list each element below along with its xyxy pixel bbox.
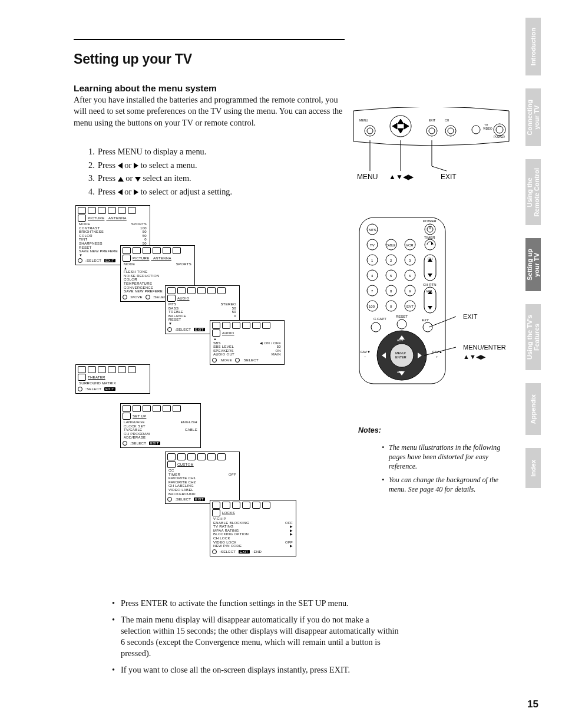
page-title: Setting up your TV (74, 51, 192, 67)
svg-text:CH: CH (445, 118, 449, 122)
svg-text:POWER: POWER (423, 219, 437, 223)
chapter-tab: Using the Remote Control (525, 159, 541, 225)
tvpanel-exit-label: EXIT (441, 173, 457, 181)
svg-point-7 (472, 126, 480, 134)
svg-text:9: 9 (409, 289, 411, 293)
svg-point-67 (371, 322, 381, 332)
remote-menu-label: MENU/ENTER (463, 344, 506, 351)
svg-text:5: 5 (390, 274, 392, 278)
svg-line-80 (429, 317, 456, 327)
remote-arrows-label: ▲▼◀▶ (463, 353, 485, 361)
svg-text:POWER: POWER (494, 135, 505, 139)
svg-point-5 (445, 126, 456, 136)
svg-text:100: 100 (369, 305, 375, 308)
svg-text:FAV▼: FAV▼ (361, 350, 371, 354)
svg-text:1: 1 (371, 259, 373, 262)
svg-text:EXIT: EXIT (429, 118, 435, 122)
chapter-tab: Connecting your TV (525, 88, 541, 146)
svg-text:4: 4 (371, 274, 373, 278)
notes-heading: Notes: (358, 426, 381, 434)
svg-point-69 (423, 322, 432, 332)
svg-text:7: 7 (371, 289, 373, 293)
tvpanel-arrows-label: ▲▼◀▶ (389, 173, 414, 181)
chapter-tab: Introduction (525, 18, 541, 75)
chapter-tab: Index (525, 448, 541, 488)
chapter-tabs: IntroductionConnecting your TVUsing the … (525, 18, 541, 501)
svg-text:C.CAPT: C.CAPT (373, 317, 386, 321)
svg-text:6: 6 (409, 274, 411, 278)
svg-text:0: 0 (390, 305, 392, 308)
remote-exit-label: EXIT (463, 313, 477, 320)
svg-point-6 (448, 128, 454, 134)
svg-text:CH RTN: CH RTN (423, 283, 437, 286)
tvpanel-menu-label: MENU (357, 173, 378, 181)
svg-point-3 (427, 126, 437, 136)
menu-setup: SET UPLANGUAGEENGLISHCLOCK SETTV/CABLECA… (120, 403, 201, 448)
chapter-tab: Using the TV's Features (525, 304, 541, 370)
menu-theater: THEATERSURROUND MATRIX:SELECTEXIT (75, 364, 150, 394)
menu-custom: CUSTOMCCTIMEROFFFAVORITE CH1FAVORITE CH2… (165, 452, 240, 504)
svg-text:VCR: VCR (406, 243, 414, 247)
svg-line-19 (432, 166, 447, 171)
svg-point-0 (365, 126, 375, 136)
svg-text:2: 2 (390, 259, 392, 262)
svg-text:VIDEO: VIDEO (483, 127, 492, 130)
svg-text:RESET: RESET (396, 315, 408, 318)
svg-text:MTS: MTS (369, 228, 376, 232)
svg-text:ADV: ADV (397, 338, 404, 342)
menu-locks: LOCKSV-CHIP ENABLE BLOCKINGOFF TV RATING… (210, 500, 296, 556)
svg-text:TV: TV (370, 243, 375, 247)
tv-front-panel-illustration: MENU EXIT CH TV VIDEO POWER MENU ▲▼◀▶ EX… (352, 107, 510, 186)
left-arrow-icon (118, 163, 123, 169)
svg-point-1 (367, 128, 373, 134)
notes-item-2: You can change the background of the men… (382, 475, 508, 494)
svg-text:8: 8 (390, 289, 392, 293)
notes-block: Notes: The menu illustrations in the fol… (358, 426, 508, 501)
remote-illustration: MTS POWER TIMER TV CABLE VCR 1 2 3 4 5 6… (357, 215, 457, 388)
intro-paragraph: After you have installed the batteries a… (74, 94, 345, 129)
right-arrow-icon (134, 189, 138, 195)
notes-item-1: The menu illustrations in the following … (382, 443, 508, 471)
numbered-steps: 1.Press MENU to display a menu. 2.Press … (88, 145, 232, 198)
svg-text:TIMER: TIMER (424, 236, 435, 239)
svg-text:ENTER: ENTER (395, 355, 406, 359)
bottom-bullet-2: The main menu display will disappear aut… (112, 614, 401, 659)
svg-text:ADV: ADV (397, 370, 404, 374)
svg-text:+: + (436, 355, 438, 358)
svg-point-34 (425, 239, 435, 250)
svg-point-4 (429, 128, 435, 134)
svg-point-68 (397, 319, 406, 329)
svg-text:ENT: ENT (406, 305, 414, 308)
left-arrow-icon (118, 189, 123, 195)
svg-text:−: − (364, 355, 366, 358)
bottom-notes-list: Press ENTER to activate the function set… (88, 598, 401, 681)
svg-point-9 (496, 126, 503, 133)
svg-line-81 (424, 347, 456, 355)
svg-text:3: 3 (409, 259, 411, 262)
up-arrow-icon (118, 177, 124, 182)
svg-text:MENU/: MENU/ (395, 351, 406, 355)
svg-text:MENU: MENU (359, 118, 368, 122)
chapter-tab: Appendix (525, 383, 541, 435)
step-1: Press MENU to display a menu. (98, 147, 206, 156)
bottom-bullet-1: Press ENTER to activate the function set… (112, 598, 401, 609)
menu-audio-2: AUDIO▲SBS◀ ON / OFFSBS LEVEL50SPEAKERSON… (210, 320, 285, 365)
chapter-tab: Setting up your TV (525, 238, 541, 291)
svg-text:EXT: EXT (422, 318, 429, 322)
bottom-bullet-3: If you want to close all the on-screen d… (112, 664, 401, 676)
section-heading: Learning about the menu system (74, 83, 217, 94)
page-number: 15 (527, 699, 538, 710)
down-arrow-icon (135, 177, 141, 182)
title-rule (74, 39, 345, 40)
right-arrow-icon (134, 163, 138, 169)
svg-text:CABLE: CABLE (386, 243, 396, 247)
svg-point-8 (494, 124, 505, 136)
